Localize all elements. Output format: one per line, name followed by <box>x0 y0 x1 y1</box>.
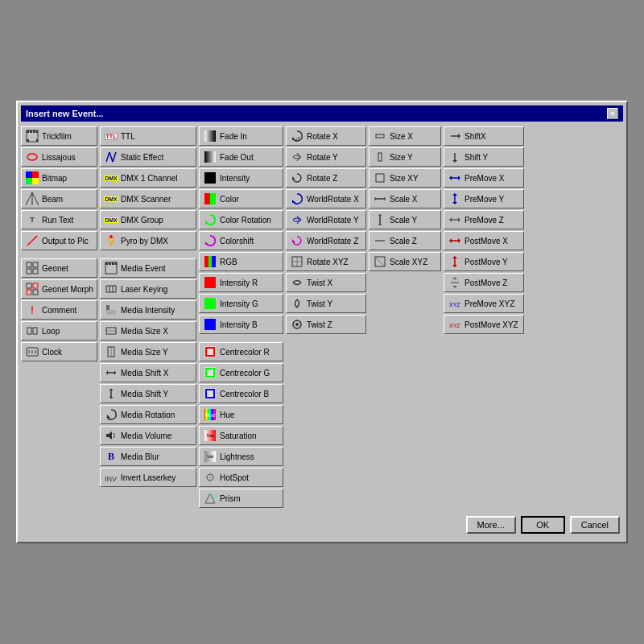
btn-poy[interactable]: PostMove Y <box>444 252 524 271</box>
btn-laser-keying[interactable]: Laser Keying <box>100 279 196 299</box>
wry-icon <box>290 213 304 227</box>
btn-media-sy[interactable]: Media Size Y <box>100 342 196 361</box>
btn-media-int[interactable]: Media Intensity <box>100 300 196 320</box>
btn-comment[interactable]: ! Comment <box>21 300 97 320</box>
btn-poxyz[interactable]: XYZ PostMove XYZ <box>444 315 524 334</box>
btn-intg[interactable]: Intensity G <box>199 294 283 313</box>
btn-wrz[interactable]: WorldRotate Z <box>286 231 366 250</box>
btn-dmxg[interactable]: DMX DMX Group <box>100 210 196 229</box>
pmxyz-icon: XYZ <box>448 296 462 311</box>
btn-scz[interactable]: Scale Z <box>369 231 441 250</box>
btn-sat[interactable]: Sat Saturation <box>199 426 283 445</box>
btn-intr[interactable]: Intensity R <box>199 273 283 292</box>
dmxs-icon: DMX <box>104 192 118 206</box>
svg-rect-61 <box>204 193 210 204</box>
btn-scxyz[interactable]: Scale XYZ <box>369 252 441 271</box>
btn-roty[interactable]: Rotate Y <box>286 147 366 167</box>
btn-prism[interactable]: Prism <box>199 489 283 508</box>
btn-trickfilm[interactable]: Trickfilm <box>21 126 97 146</box>
btn-geonet[interactable]: Geonet <box>21 258 97 278</box>
btn-fadeout[interactable]: Fade Out <box>199 147 283 167</box>
btn-rotz[interactable]: Rotate Z <box>286 168 366 188</box>
btn-geonet-morph[interactable]: Geonet Morph <box>21 279 97 299</box>
btn-scy[interactable]: Scale Y <box>369 210 441 229</box>
btn-pmz[interactable]: PreMove Z <box>444 210 524 229</box>
svg-marker-64 <box>205 242 208 245</box>
btn-shifty[interactable]: Shift Y <box>444 147 524 167</box>
btn-ccb[interactable]: Centrecolor B <box>199 384 283 403</box>
btn-sxy[interactable]: Size XY <box>369 168 441 188</box>
btn-media-vol[interactable]: Media Volume <box>100 426 196 445</box>
colorshift-label: Colorshift <box>220 237 254 246</box>
svg-rect-67 <box>212 256 216 267</box>
media-shx-label: Media Shift X <box>121 369 168 378</box>
btn-pox[interactable]: PostMove X <box>444 231 524 250</box>
btn-pmy[interactable]: PreMove Y <box>444 189 524 208</box>
btn-twz[interactable]: Twist Z <box>286 315 366 334</box>
btn-pmx[interactable]: PreMove X <box>444 168 524 188</box>
btn-static[interactable]: Static Effect <box>100 147 196 167</box>
btn-pmxyz[interactable]: XYZ PreMove XYZ <box>444 294 524 313</box>
btn-shiftx[interactable]: ShiftX <box>444 126 524 146</box>
btn-rxyz[interactable]: Rotate XYZ <box>286 252 366 271</box>
btn-media-blur[interactable]: B Media Blur <box>100 447 196 466</box>
btn-twy[interactable]: Twist Y <box>286 294 366 313</box>
btn-intb[interactable]: Intensity B <box>199 315 283 334</box>
static-icon <box>104 150 118 164</box>
btn-beam[interactable]: Beam <box>21 189 97 208</box>
btn-colorrot[interactable]: Color Rotation <box>199 210 283 229</box>
btn-sy[interactable]: Size Y <box>369 147 441 167</box>
svg-line-33 <box>109 152 113 162</box>
static-label: Static Effect <box>121 153 163 162</box>
btn-bitmap[interactable]: Bitmap <box>21 168 97 188</box>
btn-ccg[interactable]: Centrecolor G <box>199 363 283 382</box>
btn-intensity[interactable]: Intensity <box>199 168 283 188</box>
btn-colorshift[interactable]: Colorshift <box>199 231 283 250</box>
btn-color[interactable]: Color <box>199 189 283 208</box>
btn-hue[interactable]: Hue Hue <box>199 405 283 424</box>
btn-media-sx[interactable]: Media Size X <box>100 321 196 341</box>
btn-ttl[interactable]: TTL TTL <box>100 126 196 146</box>
btn-sx[interactable]: Size X <box>369 126 441 146</box>
btn-media-shy[interactable]: Media Shift Y <box>100 384 196 403</box>
svg-text:XYZ: XYZ <box>449 323 460 328</box>
svg-rect-26 <box>27 328 31 334</box>
btn-outputtopic[interactable]: Output to Pic <box>21 231 97 250</box>
btn-wrx[interactable]: WorldRotate X <box>286 189 366 208</box>
more-button[interactable]: More... <box>466 516 516 534</box>
btn-hotspot[interactable]: HotSpot <box>199 468 283 487</box>
runtext-icon: T <box>25 213 39 227</box>
btn-runtext[interactable]: T Run Text <box>21 210 97 229</box>
btn-twx[interactable]: Twist X <box>286 273 366 292</box>
ccg-icon <box>203 365 217 380</box>
btn-poz[interactable]: PostMove Z <box>444 273 524 292</box>
btn-invert-lk[interactable]: INV Invert Laserkey <box>100 468 196 487</box>
svg-rect-41 <box>112 262 114 265</box>
btn-dmx1[interactable]: DMX DMX 1 Channel <box>100 168 196 188</box>
btn-media-event[interactable]: Media Event <box>100 258 196 278</box>
btn-media-rot[interactable]: Media Rotation <box>100 405 196 424</box>
close-button[interactable]: × <box>607 108 618 119</box>
svg-rect-92 <box>378 153 382 161</box>
btn-pyro[interactable]: Pyro by DMX <box>100 231 196 250</box>
svg-marker-104 <box>458 134 460 138</box>
btn-loop[interactable]: Loop <box>21 321 97 341</box>
svg-rect-20 <box>27 269 31 274</box>
ttl-icon: TTL <box>104 129 118 143</box>
btn-rgb[interactable]: RGB <box>199 252 283 271</box>
geonet-morph-label: Geonet Morph <box>42 285 93 294</box>
ok-button[interactable]: OK <box>521 516 565 534</box>
btn-ccr[interactable]: Centrecolor R <box>199 342 283 361</box>
btn-dmxs[interactable]: DMX DMX Scanner <box>100 189 196 208</box>
btn-lissajous[interactable]: Lissajous <box>21 147 97 167</box>
btn-clock[interactable]: Clock <box>21 342 97 361</box>
svg-line-13 <box>26 192 32 205</box>
btn-wry[interactable]: WorldRotate Y <box>286 210 366 229</box>
cancel-button[interactable]: Cancel <box>570 516 620 534</box>
btn-fadein[interactable]: Fade In <box>199 126 283 146</box>
btn-rotx[interactable]: ↺ Rotate X <box>286 126 366 146</box>
btn-scx[interactable]: Scale X <box>369 189 441 208</box>
btn-media-shx[interactable]: Media Shift X <box>100 363 196 382</box>
title-bar: Insert new Event... × <box>21 105 623 122</box>
btn-lightness[interactable]: Val Lightness <box>199 447 283 466</box>
